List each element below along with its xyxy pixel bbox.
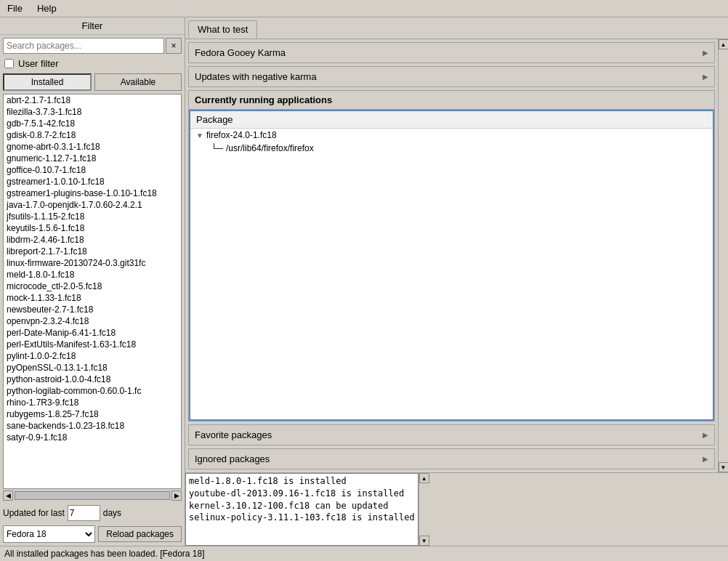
bottom-row: Fedora 18Fedora 17Fedora 19 Reload packa… (0, 524, 185, 546)
right-panel: What to test Fedora Gooey Karma ▶ Update… (185, 17, 728, 546)
list-item[interactable]: gdb-7.5.1-42.fc18 (4, 118, 181, 129)
favorite-packages-label: Favorite packages (195, 429, 272, 440)
running-apps-section: Currently running applications Package ▼… (188, 90, 715, 421)
reload-packages-button[interactable]: Reload packages (98, 526, 182, 542)
user-filter-checkbox[interactable] (4, 59, 14, 68)
list-item[interactable]: pylint-1.0.0-2.fc18 (4, 350, 181, 362)
updated-for-label: Updated for last (3, 508, 65, 518)
list-item[interactable]: libreport-2.1.7-1.fc18 (4, 246, 181, 257)
available-button[interactable]: Available (94, 73, 182, 91)
list-item[interactable]: perl-ExtUtils-Manifest-1.63-1.fc18 (4, 339, 181, 350)
tree-arrow-icon: ▼ (196, 132, 203, 140)
favorite-packages-accordion: Favorite packages ▶ (188, 424, 715, 445)
log-scroll-down[interactable]: ▼ (419, 536, 429, 546)
days-input[interactable] (68, 505, 100, 521)
installed-button[interactable]: Installed (3, 73, 92, 91)
hscroll-track[interactable] (15, 491, 170, 500)
list-item[interactable]: microcode_ctl-2.0-5.fc18 (4, 280, 181, 292)
fedora-select[interactable]: Fedora 18Fedora 17Fedora 19 (3, 525, 95, 543)
log-area-container: meld-1.8.0-1.fc18 is installedyoutube-dl… (185, 472, 728, 546)
menubar: File Help (0, 0, 728, 17)
tree-item[interactable]: └─ /usr/lib64/firefox/firefox (190, 142, 713, 155)
list-item[interactable]: gstreamer1-plugins-base-1.0.10-1.fc18 (4, 187, 181, 199)
scroll-right-button[interactable]: ▶ (171, 491, 182, 501)
list-item[interactable]: filezilla-3.7.3-1.fc18 (4, 106, 181, 118)
favorite-arrow: ▶ (703, 431, 708, 439)
negative-karma-arrow: ▶ (703, 73, 708, 81)
right-inner: Fedora Gooey Karma ▶ Updates with negati… (185, 39, 728, 472)
list-item[interactable]: jfsutils-1.1.15-2.fc18 (4, 211, 181, 222)
list-item[interactable]: mock-1.1.33-1.fc18 (4, 292, 181, 304)
list-item[interactable]: abrt-2.1.7-1.fc18 (4, 94, 181, 106)
list-item[interactable]: libdrm-2.4.46-1.fc18 (4, 234, 181, 246)
clear-button[interactable]: × (166, 38, 182, 54)
list-item[interactable]: java-1.7.0-openjdk-1.7.0.60-2.4.2.1 (4, 199, 181, 211)
tree-line-icon: └─ (211, 143, 223, 153)
search-row: × (0, 35, 185, 57)
left-panel: Filter × User filter Installed Available… (0, 17, 185, 546)
fedora-karma-accordion: Fedora Gooey Karma ▶ (188, 42, 715, 63)
list-item[interactable]: gnumeric-1.12.7-1.fc18 (4, 153, 181, 164)
list-item[interactable]: python-logilab-common-0.60.0-1.fc (4, 385, 181, 397)
fedora-karma-arrow: ▶ (703, 49, 708, 57)
log-line: kernel-3.10.12-100.fc18 can be updated (189, 500, 415, 512)
vscroll-up-button[interactable]: ▲ (719, 39, 729, 49)
tab-what-to-test[interactable]: What to test (188, 20, 257, 39)
list-item[interactable]: linux-firmware-20130724-0.3.git31fc (4, 257, 181, 269)
list-item[interactable]: gstreamer1-1.0.10-1.fc18 (4, 176, 181, 187)
list-item[interactable]: rhino-1.7R3-9.fc18 (4, 397, 181, 408)
vscroll-down-button[interactable]: ▼ (719, 462, 729, 472)
negative-karma-label: Updates with negative karma (195, 71, 317, 82)
log-scroll-track[interactable] (419, 483, 429, 536)
tab-bar: What to test (185, 17, 728, 39)
log-area[interactable]: meld-1.8.0-1.fc18 is installedyoutube-dl… (185, 473, 418, 546)
menu-file[interactable]: File (3, 1, 27, 15)
main-area: Filter × User filter Installed Available… (0, 17, 728, 546)
list-item[interactable]: satyr-0.9-1.fc18 (4, 432, 181, 443)
list-item[interactable]: gnome-abrt-0.3.1-1.fc18 (4, 141, 181, 153)
negative-karma-header[interactable]: Updates with negative karma ▶ (189, 67, 714, 86)
list-item[interactable]: gdisk-0.8.7-2.fc18 (4, 129, 181, 141)
log-line: selinux-policy-3.11.1-103.fc18 is instal… (189, 512, 415, 524)
running-apps-header: Currently running applications (189, 91, 714, 110)
days-row: Updated for last days (0, 502, 185, 524)
log-scroll-up[interactable]: ▲ (419, 473, 429, 483)
list-item[interactable]: pyOpenSSL-0.13.1-1.fc18 (4, 362, 181, 374)
tree-item-label: /usr/lib64/firefox/firefox (226, 143, 314, 153)
ignored-packages-label: Ignored packages (195, 453, 270, 464)
list-item[interactable]: python-astroid-1.0.0-4.fc18 (4, 374, 181, 385)
log-line: youtube-dl-2013.09.16-1.fc18 is installe… (189, 488, 415, 500)
list-item[interactable]: newsbeuter-2.7-1.fc18 (4, 304, 181, 315)
list-item[interactable]: keyutils-1.5.6-1.fc18 (4, 222, 181, 234)
ignored-packages-accordion: Ignored packages ▶ (188, 448, 715, 469)
package-tree-container[interactable]: Package ▼firefox-24.0-1.fc18└─ /usr/lib6… (189, 110, 714, 421)
tree-item[interactable]: ▼firefox-24.0-1.fc18 (190, 129, 713, 142)
scroll-left-button[interactable]: ◀ (3, 491, 13, 501)
horizontal-scrollbar: ◀ ▶ (0, 489, 185, 502)
fedora-karma-header[interactable]: Fedora Gooey Karma ▶ (189, 43, 714, 62)
log-with-scroll: meld-1.8.0-1.fc18 is installedyoutube-dl… (185, 473, 728, 546)
right-content: Fedora Gooey Karma ▶ Updates with negati… (185, 39, 718, 472)
list-item[interactable]: goffice-0.10.7-1.fc18 (4, 164, 181, 176)
negative-karma-accordion: Updates with negative karma ▶ (188, 66, 715, 87)
favorite-packages-header[interactable]: Favorite packages ▶ (189, 425, 714, 445)
list-item[interactable]: perl-Date-Manip-6.41-1.fc18 (4, 327, 181, 339)
search-input[interactable] (3, 38, 164, 54)
fedora-karma-label: Fedora Gooey Karma (195, 47, 286, 58)
log-scrollbar: ▲ ▼ (418, 473, 429, 546)
list-item[interactable]: sane-backends-1.0.23-18.fc18 (4, 420, 181, 432)
list-item[interactable]: rubygems-1.8.25-7.fc18 (4, 408, 181, 420)
package-list[interactable]: abrt-2.1.7-1.fc18filezilla-3.7.3-1.fc18g… (4, 94, 181, 488)
menu-help[interactable]: Help (33, 1, 61, 15)
filter-header: Filter (0, 17, 185, 35)
user-filter-row: User filter (0, 57, 185, 72)
days-label: days (103, 508, 121, 518)
right-scrollbar: ▲ ▼ (718, 39, 728, 472)
log-line: meld-1.8.0-1.fc18 is installed (189, 475, 415, 488)
list-item[interactable]: openvpn-2.3.2-4.fc18 (4, 315, 181, 327)
list-item[interactable]: meld-1.8.0-1.fc18 (4, 269, 181, 280)
tree-body: ▼firefox-24.0-1.fc18└─ /usr/lib64/firefo… (190, 129, 713, 155)
package-list-container: abrt-2.1.7-1.fc18filezilla-3.7.3-1.fc18g… (3, 94, 182, 489)
ignored-packages-header[interactable]: Ignored packages ▶ (189, 449, 714, 469)
status-bar: All installed packages has been loaded. … (0, 546, 728, 561)
